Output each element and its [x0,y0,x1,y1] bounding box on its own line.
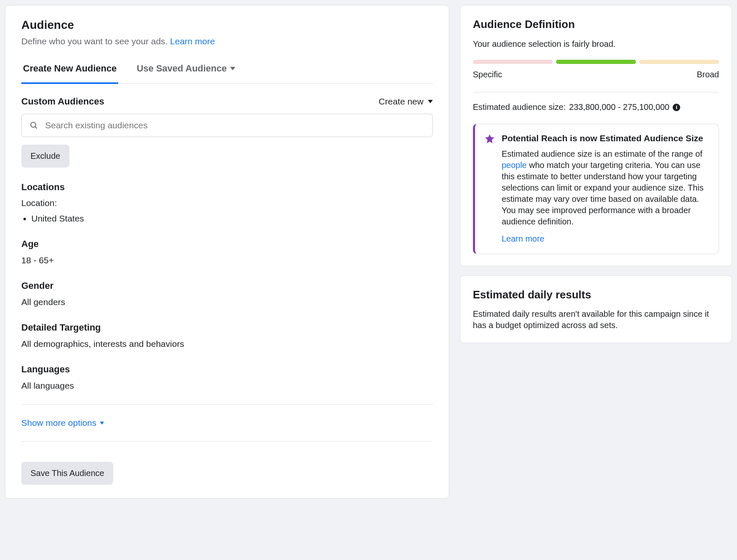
audience-size-gauge [473,60,719,64]
custom-audiences-label: Custom Audiences [21,95,104,108]
notice-body-b: who match your targeting criteria. You c… [502,160,704,226]
svg-line-1 [35,126,37,128]
audience-definition-card: Audience Definition Your audience select… [460,5,732,266]
age-label: Age [21,238,433,250]
locations-label: Locations [21,181,433,193]
estimate-label: Estimated audience size: [473,102,566,113]
show-more-options-link[interactable]: Show more options [21,417,433,429]
potential-reach-notice: Potential Reach is now Estimated Audienc… [473,124,719,254]
estimate-value: 233,800,000 - 275,100,000 [569,102,669,113]
gender-value: All genders [21,296,433,308]
tab-create-new-audience[interactable]: Create New Audience [21,56,118,84]
languages-value: All languages [21,380,433,392]
estimated-daily-results-title: Estimated daily results [473,288,719,302]
gauge-segment-broad [639,60,719,64]
chevron-down-icon [100,422,104,425]
notice-body: Estimated audience size is an estimate o… [502,148,709,227]
estimated-audience-size: Estimated audience size: 233,800,000 - 2… [473,92,719,113]
notice-body-a: Estimated audience size is an estimate o… [502,149,702,158]
languages-label: Languages [21,363,433,376]
search-audiences-input-wrapper[interactable] [21,114,433,137]
gauge-segment-specific [473,60,553,64]
audience-card: Audience Define who you want to see your… [5,5,449,499]
age-value: 18 - 65+ [21,255,433,266]
detailed-targeting-value: All demographics, interests and behavior… [21,338,433,350]
create-new-audience-link[interactable]: Create new [379,96,432,107]
learn-more-link[interactable]: Learn more [170,36,215,46]
location-item: United States [31,213,433,224]
notice-title: Potential Reach is now Estimated Audienc… [502,132,709,144]
audience-subtitle: Define who you want to see your ads. Lea… [21,36,433,47]
star-icon [484,133,495,144]
audience-definition-title: Audience Definition [473,17,719,32]
show-more-label: Show more options [21,417,97,429]
save-this-audience-button[interactable]: Save This Audience [21,462,113,485]
divider [21,404,433,405]
gauge-label-specific: Specific [473,69,502,80]
locations-list: United States [31,213,433,224]
audience-definition-subtitle: Your audience selection is fairly broad. [473,38,719,50]
chevron-down-icon [230,67,235,70]
tab-use-saved-audience[interactable]: Use Saved Audience [135,56,237,84]
gender-label: Gender [21,280,433,292]
gauge-label-broad: Broad [697,69,719,80]
search-icon [29,121,38,130]
create-new-label: Create new [379,96,423,107]
tab-label: Create New Audience [23,62,117,75]
info-icon[interactable]: i [673,104,680,111]
people-link[interactable]: people [502,160,527,170]
search-audiences-input[interactable] [44,120,425,131]
chevron-down-icon [428,100,433,103]
locations-sublabel: Location: [21,197,433,209]
audience-title: Audience [21,17,433,33]
exclude-button[interactable]: Exclude [21,145,69,168]
gauge-segment-current [556,60,636,64]
audience-tabs: Create New Audience Use Saved Audience [21,56,433,84]
estimated-daily-results-card: Estimated daily results Estimated daily … [460,275,732,343]
estimated-daily-results-body: Estimated daily results aren't available… [473,308,719,331]
audience-subtitle-text: Define who you want to see your ads. [21,36,170,46]
detailed-targeting-label: Detailed Targeting [21,321,433,334]
divider [21,441,433,442]
svg-point-0 [31,122,36,127]
notice-learn-more-link[interactable]: Learn more [502,234,544,243]
tab-label: Use Saved Audience [137,62,227,75]
